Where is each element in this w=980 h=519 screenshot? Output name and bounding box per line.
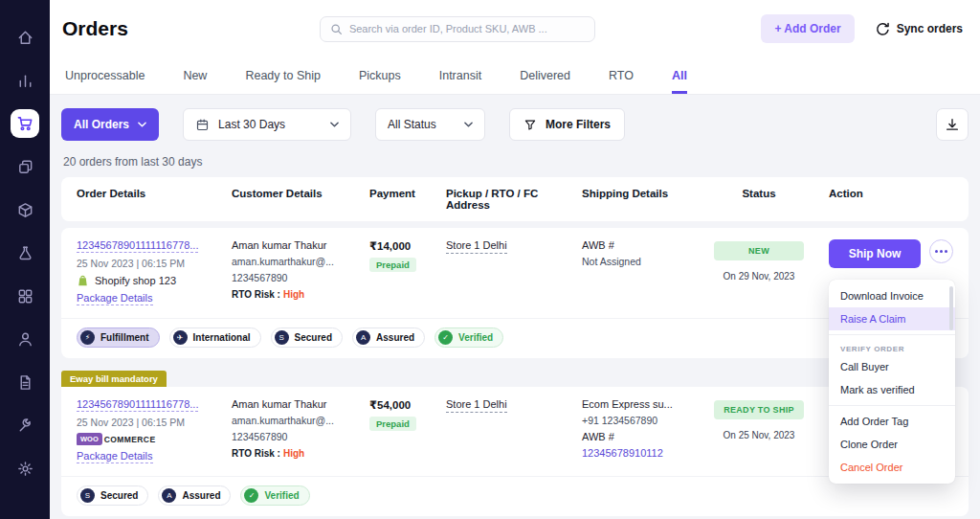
menu-divider	[829, 405, 955, 406]
more-actions-button[interactable]	[929, 239, 953, 263]
sync-icon	[876, 22, 890, 36]
badge-secured: SSecured	[77, 485, 148, 506]
customer-email: aman.kumarthakur@...	[232, 256, 369, 267]
fulfillment-icon: ⚡	[80, 330, 95, 345]
header-pickup-address: Pickup / RTO / FC Address	[446, 188, 582, 211]
customer-email: aman.kumarthakur@...	[232, 415, 369, 426]
filter-bar: All Orders Last 30 Days All Status More …	[61, 108, 969, 141]
secured-icon: S	[80, 488, 95, 503]
channel-name: Shopify shop 123	[95, 275, 176, 286]
sidebar	[0, 0, 50, 519]
customers-icon[interactable]	[11, 325, 39, 353]
all-orders-filter-button[interactable]: All Orders	[61, 108, 159, 141]
home-icon[interactable]	[11, 23, 39, 52]
tab-new[interactable]: New	[183, 57, 207, 94]
menu-item-add-order-tag[interactable]: Add Order Tag	[829, 410, 955, 433]
add-order-button[interactable]: + Add Order	[761, 14, 854, 43]
pickup-address-link[interactable]: Store 1 Delhi	[446, 239, 507, 254]
menu-item-cancel-order[interactable]: Cancel Order	[829, 456, 955, 479]
payment-amount: ₹54,000	[369, 398, 446, 412]
tab-ready-to-ship[interactable]: Ready to Ship	[245, 57, 321, 94]
analytics-icon[interactable]	[11, 66, 39, 95]
badge-international: ✈International	[169, 327, 261, 348]
badge-secured: SSecured	[271, 327, 343, 348]
header-order-details: Order Details	[77, 188, 232, 211]
header-status: Status	[697, 188, 821, 211]
status-value: All Status	[388, 118, 456, 131]
funnel-icon	[523, 118, 537, 131]
packages-icon[interactable]	[11, 195, 39, 224]
tab-delivered[interactable]: Delivered	[520, 57, 570, 94]
returns-icon[interactable]	[11, 152, 39, 181]
badge-assured: AAssured	[352, 327, 425, 348]
header-action: Action	[821, 188, 953, 211]
orders-tabs: Unprocessable New Ready to Ship Pickups …	[50, 57, 980, 95]
awb-value: Not Assigned	[582, 256, 697, 267]
billing-icon[interactable]	[11, 368, 39, 396]
search-input[interactable]	[349, 23, 585, 34]
tools-icon[interactable]	[11, 411, 39, 440]
payment-mode-badge: Prepaid	[369, 258, 416, 272]
courier-name: Ecom Express su...	[582, 398, 697, 410]
order-search[interactable]	[320, 16, 595, 42]
badge-verified: ✓Verified	[434, 327, 503, 348]
integrations-icon[interactable]	[11, 282, 39, 310]
menu-section-verify-order: VERIFY ORDER	[829, 339, 955, 355]
chevron-down-icon	[330, 122, 339, 127]
weight-flask-icon[interactable]	[11, 238, 39, 267]
menu-item-call-buyer[interactable]: Call Buyer	[829, 355, 955, 378]
status-date: On 29 Nov, 2023	[697, 271, 821, 282]
ship-now-button[interactable]: Ship Now	[829, 239, 921, 268]
customer-phone: 1234567890	[232, 272, 369, 283]
orders-cart-icon[interactable]	[11, 109, 39, 138]
date-range-select[interactable]: Last 30 Days	[183, 108, 351, 141]
page-header: Orders + Add Order Sync orders	[50, 0, 980, 57]
chevron-down-icon	[138, 122, 146, 127]
pickup-address-link[interactable]: Store 1 Delhi	[446, 398, 507, 413]
badge-verified: ✓Verified	[240, 485, 309, 506]
tab-unprocessable[interactable]: Unprocessable	[65, 57, 145, 94]
eway-bill-tag: Eway bill mandatory	[61, 371, 167, 387]
customer-phone: 1234567890	[232, 431, 369, 442]
secured-icon: S	[275, 330, 289, 345]
calendar-icon	[195, 118, 210, 132]
menu-item-raise-a-claim[interactable]: Raise A Claim	[829, 307, 955, 330]
table-header-row: Order Details Customer Details Payment P…	[61, 177, 969, 221]
tab-intransit[interactable]: Intransit	[439, 57, 481, 94]
customer-name: Aman kumar Thakur	[232, 398, 369, 410]
export-download-button[interactable]	[936, 108, 969, 141]
menu-item-download-invoice[interactable]: Download Invoice	[829, 284, 955, 307]
awb-label: AWB #	[582, 239, 697, 251]
status-select[interactable]: All Status	[375, 108, 485, 141]
header-shipping-details: Shipping Details	[582, 188, 697, 211]
package-details-link[interactable]: Package Details	[77, 292, 153, 305]
header-customer-details: Customer Details	[232, 188, 369, 211]
tab-rto[interactable]: RTO	[609, 57, 634, 94]
tab-all[interactable]: All	[672, 57, 687, 94]
package-details-link[interactable]: Package Details	[77, 450, 153, 463]
header-payment: Payment	[369, 188, 446, 211]
order-id-link[interactable]: 12345678901111116778...	[77, 239, 198, 253]
menu-item-clone-order[interactable]: Clone Order	[829, 433, 955, 456]
date-range-value: Last 30 Days	[218, 118, 322, 131]
menu-divider	[829, 334, 955, 335]
settings-gear-icon[interactable]	[11, 454, 39, 483]
payment-amount: ₹14,000	[369, 239, 446, 253]
order-id-link[interactable]: 12345678901111116778...	[77, 398, 198, 412]
menu-item-mark-as-verified[interactable]: Mark as verified	[829, 378, 955, 401]
all-orders-filter-label: All Orders	[74, 118, 129, 131]
chevron-down-icon	[464, 122, 473, 127]
order-datetime: 25 Nov 2023 | 06:15 PM	[77, 417, 232, 428]
status-date: On 25 Nov, 2023	[697, 430, 821, 440]
more-filters-button[interactable]: More Filters	[509, 108, 625, 141]
menu-scrollbar[interactable]	[949, 286, 953, 330]
badge-fulfillment: ⚡Fulfillment	[77, 327, 160, 348]
payment-mode-badge: Prepaid	[369, 417, 416, 431]
verified-check-icon: ✓	[438, 330, 453, 345]
tab-pickups[interactable]: Pickups	[359, 57, 401, 94]
rto-risk: RTO Risk : High	[232, 447, 369, 459]
more-filters-label: More Filters	[546, 118, 611, 131]
awb-number-link[interactable]: 12345678910112	[582, 447, 663, 459]
sync-orders-button[interactable]: Sync orders	[876, 22, 963, 36]
international-icon: ✈	[173, 330, 188, 345]
